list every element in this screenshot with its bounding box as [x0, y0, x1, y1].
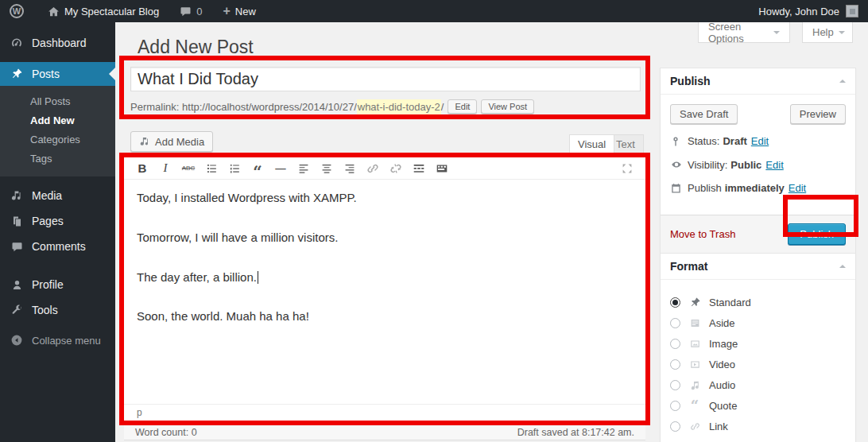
- format-panel: Format Standard Aside Image: [660, 253, 856, 442]
- publishing-actions: Move to Trash Publish: [661, 215, 855, 253]
- sidebar-item-tags[interactable]: Tags: [0, 149, 115, 169]
- save-draft-button[interactable]: Save Draft: [670, 104, 738, 124]
- bold-button[interactable]: B: [132, 159, 153, 178]
- sidebar-item-media[interactable]: Media: [0, 183, 115, 208]
- publish-panel: Publish Save Draft Preview Status: Draft…: [660, 68, 856, 254]
- schedule-label: Publish: [688, 182, 722, 194]
- editor-paragraph: Today, I installed Wordpress with XAMPP.: [137, 189, 633, 207]
- admin-sidebar: Dashboard Posts All Posts Add New Catego…: [0, 22, 115, 442]
- view-post-button[interactable]: View Post: [481, 99, 534, 114]
- editor-element-path[interactable]: p: [124, 404, 645, 421]
- edit-schedule-link[interactable]: Edit: [789, 182, 806, 194]
- sidebar-item-profile[interactable]: Profile: [0, 272, 115, 297]
- comment-bubble-icon: [180, 6, 192, 17]
- format-option-video: Video: [670, 359, 846, 370]
- radio-standard[interactable]: [670, 297, 680, 308]
- strikethrough-icon: ABC: [182, 165, 195, 172]
- strikethrough-button[interactable]: ABC: [178, 159, 199, 178]
- page-title: Add New Post: [138, 37, 254, 58]
- chevron-down-icon: [773, 31, 780, 37]
- bulleted-list-button[interactable]: [201, 159, 222, 178]
- edit-status-link[interactable]: Edit: [751, 135, 769, 147]
- edit-visibility-link[interactable]: Edit: [765, 159, 783, 171]
- sidebar-item-pages[interactable]: Pages: [0, 208, 115, 234]
- sidebar-item-all-posts[interactable]: All Posts: [0, 92, 115, 111]
- collapse-panel-icon[interactable]: [839, 262, 846, 268]
- publish-panel-header[interactable]: Publish: [661, 68, 855, 95]
- wordpress-logo-menu[interactable]: W: [0, 0, 30, 22]
- format-option-label: Standard: [709, 297, 751, 308]
- add-media-button[interactable]: Add Media: [130, 131, 213, 152]
- sidebar-item-add-new[interactable]: Add New: [0, 111, 115, 130]
- radio-audio[interactable]: [670, 380, 680, 390]
- align-left-button[interactable]: [293, 159, 314, 178]
- tab-visual[interactable]: Visual: [569, 134, 614, 154]
- radio-link[interactable]: [670, 421, 680, 432]
- new-content-menu[interactable]: + New: [216, 0, 262, 22]
- sidebar-item-label: Collapse menu: [32, 335, 101, 347]
- sidebar-item-posts[interactable]: Posts: [0, 62, 115, 86]
- publish-button[interactable]: Publish: [788, 223, 846, 245]
- move-to-trash-link[interactable]: Move to Trash: [670, 228, 735, 240]
- sidebar-item-label: Dashboard: [32, 37, 87, 49]
- align-right-button[interactable]: [339, 159, 360, 178]
- format-video-icon: [688, 359, 702, 370]
- help-label: Help: [812, 26, 834, 38]
- format-panel-header[interactable]: Format: [661, 254, 855, 280]
- collapse-panel-icon[interactable]: [839, 76, 846, 83]
- calendar-icon: [670, 182, 688, 194]
- comments-icon: [10, 241, 24, 253]
- radio-image[interactable]: [670, 339, 680, 349]
- help-tab[interactable]: Help: [802, 22, 853, 43]
- format-option-link: Link: [670, 421, 846, 432]
- dashboard-icon: [10, 37, 24, 49]
- sidebar-item-label: Posts: [32, 68, 60, 80]
- draft-saved-status: Draft saved at 8:17:42 am.: [517, 427, 634, 438]
- preview-button[interactable]: Preview: [790, 104, 846, 124]
- format-option-label: Quote: [709, 400, 737, 412]
- collapse-arrow-icon: [10, 334, 24, 347]
- italic-icon: I: [164, 161, 168, 175]
- screen-options-tab[interactable]: Screen Options: [698, 22, 790, 43]
- remove-link-button[interactable]: [386, 159, 406, 178]
- numbered-list-button[interactable]: [224, 159, 245, 178]
- link-icon: [366, 161, 380, 176]
- avatar[interactable]: [846, 5, 858, 17]
- permalink-slug: what-i-did-today-2: [357, 99, 441, 114]
- toolbar-toggle-button[interactable]: [432, 159, 452, 178]
- sidebar-item-comments[interactable]: Comments: [0, 234, 115, 259]
- insert-more-tag-button[interactable]: [409, 159, 429, 178]
- distraction-free-button[interactable]: [617, 159, 637, 178]
- editor-status-bar: Word count: 0 Draft saved at 8:17:42 am.: [124, 425, 645, 440]
- format-panel-title: Format: [670, 260, 707, 273]
- blockquote-button[interactable]: “: [247, 159, 268, 178]
- add-media-icon: [139, 136, 150, 147]
- sidebar-item-dashboard[interactable]: Dashboard: [0, 30, 115, 56]
- align-center-button[interactable]: [316, 159, 337, 178]
- howdy-account-link[interactable]: Howdy, John Doe: [758, 6, 839, 17]
- horizontal-rule-icon: —: [275, 162, 285, 174]
- visual-editor: B I ABC “ —: [124, 157, 645, 421]
- sidebar-item-categories[interactable]: Categories: [0, 130, 115, 149]
- pushpin-icon: [10, 68, 24, 80]
- bulleted-list-icon: [204, 161, 219, 176]
- radio-video[interactable]: [670, 359, 680, 370]
- word-count: Word count: 0: [135, 427, 197, 438]
- screen-options-label: Screen Options: [708, 21, 769, 45]
- radio-aside[interactable]: [670, 318, 680, 328]
- sidebar-item-tools[interactable]: Tools: [0, 297, 115, 323]
- site-name-link[interactable]: My Spectacular Blog: [41, 0, 165, 22]
- comments-bubble[interactable]: 0: [173, 0, 208, 22]
- collapse-menu-button[interactable]: Collapse menu: [0, 328, 115, 353]
- status-row: Status: Draft Edit: [670, 135, 846, 147]
- italic-button[interactable]: I: [155, 159, 176, 178]
- blockquote-icon: “: [253, 168, 262, 176]
- post-title-input[interactable]: [130, 67, 641, 91]
- chevron-down-icon: [839, 31, 845, 37]
- edit-permalink-button[interactable]: Edit: [448, 99, 477, 114]
- radio-quote[interactable]: [670, 401, 680, 411]
- editor-content-area[interactable]: Today, I installed Wordpress with XAMPP.…: [124, 180, 645, 404]
- format-option-quote: “ Quote: [670, 400, 846, 412]
- insert-link-button[interactable]: [362, 159, 383, 178]
- horizontal-rule-button[interactable]: —: [270, 159, 291, 178]
